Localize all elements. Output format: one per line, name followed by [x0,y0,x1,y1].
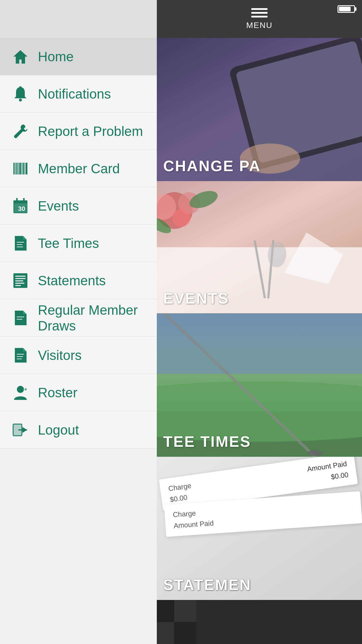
barcode-icon [12,160,29,177]
sidebar-item-home-label: Home [38,49,74,64]
sidebar-item-events[interactable]: 30 Events [0,187,157,225]
sidebar-item-tee-times[interactable]: Tee Times [0,225,157,262]
sidebar-item-events-label: Events [38,198,79,214]
svg-text:30: 30 [18,205,25,212]
logout-icon [12,421,29,439]
sidebar-item-member-card-label: Member Card [38,161,120,176]
svg-rect-65 [174,622,196,644]
stmt-amount-paid-label: Amount Paid [307,460,347,473]
tile-tee-times-label: TEE TIMES [163,433,251,450]
menu-bar-1 [251,8,268,10]
svg-rect-11 [26,163,27,174]
sidebar-item-regular-member-draws-label: Regular Member Draws [38,302,145,334]
svg-rect-28 [17,319,22,320]
menu-button[interactable]: MENU [246,8,273,30]
tile-statements-label: STATEMEN [163,576,251,594]
svg-rect-5 [16,163,17,174]
sidebar-item-logout[interactable]: Logout [0,411,157,449]
wrench-icon [12,123,29,140]
bell-icon [12,85,29,103]
svg-point-33 [24,388,27,391]
home-icon [12,48,29,65]
svg-rect-7 [19,163,21,174]
member-draws-icon [12,309,29,327]
stmt-amount-paid2-label: Amount Paid [173,519,214,530]
svg-rect-30 [17,356,23,357]
svg-rect-61 [157,600,174,622]
tile-extra[interactable] [157,600,362,644]
svg-rect-22 [15,276,26,277]
svg-point-58 [307,450,323,456]
battery-indicator [338,5,355,13]
svg-rect-6 [18,163,19,174]
sidebar-item-member-card[interactable]: Member Card [0,150,157,187]
sidebar: Home Notifications Report a Problem [0,0,157,644]
calendar-icon: 30 [12,197,29,215]
sidebar-item-visitors[interactable]: Visitors [0,337,157,374]
svg-rect-9 [23,163,24,174]
header-bar: MENU [157,0,362,38]
roster-icon [12,384,29,401]
tile-statements[interactable]: Charge Amount Paid $0.00 $0.00 Charge Am… [157,457,362,600]
statements-icon [12,272,29,289]
tile-change-password-label: CHANGE PA [163,157,261,175]
menu-label: MENU [246,21,273,30]
svg-rect-31 [17,358,22,359]
svg-rect-64 [174,600,196,622]
tiles-container: CHANGE PA [157,38,362,644]
sidebar-item-home[interactable]: Home [0,38,157,75]
sidebar-item-statements-label: Statements [38,273,106,288]
svg-rect-18 [17,242,24,243]
svg-rect-54 [157,314,362,374]
svg-marker-0 [13,50,27,64]
svg-rect-23 [15,278,26,279]
tile-tee-times[interactable]: TEE TIMES [157,314,362,457]
svg-rect-29 [17,354,24,355]
svg-point-1 [19,99,22,102]
sidebar-top-bar [0,0,157,38]
main-panel: MENU CHANGE PA [157,0,362,644]
svg-rect-26 [15,285,21,286]
sidebar-item-notifications[interactable]: Notifications [0,75,157,113]
visitors-icon [12,346,29,364]
menu-bar-2 [251,12,268,14]
svg-rect-2 [19,86,22,88]
sidebar-item-regular-member-draws[interactable]: Regular Member Draws [0,299,157,337]
svg-rect-20 [17,246,23,247]
svg-rect-8 [22,163,22,174]
svg-point-46 [173,209,191,227]
menu-bar-3 [251,16,268,18]
sidebar-item-notifications-label: Notifications [38,86,111,102]
battery-fill [339,7,351,11]
stmt-charge-val: $0.00 [169,493,188,504]
svg-rect-4 [15,163,16,174]
tile-change-password[interactable]: CHANGE PA [157,38,362,181]
sidebar-item-tee-times-label: Tee Times [38,235,99,251]
stmt-charge-label: Charge [168,482,192,493]
teetimes-doc-icon [12,235,29,252]
sidebar-item-logout-label: Logout [38,422,79,438]
svg-point-32 [17,386,24,393]
svg-rect-24 [15,280,23,281]
svg-rect-19 [17,244,22,245]
sidebar-item-statements[interactable]: Statements [0,262,157,299]
sidebar-item-report-problem[interactable]: Report a Problem [0,113,157,150]
sidebar-item-roster[interactable]: Roster [0,374,157,411]
svg-rect-27 [17,316,24,317]
sidebar-item-visitors-label: Visitors [38,347,82,363]
battery-tip [355,7,356,11]
tile-events-label: EVENTS [163,290,229,307]
sidebar-item-report-problem-label: Report a Problem [38,123,143,139]
tile-events[interactable]: EVENTS [157,181,362,313]
stmt-charge2-label: Charge [173,509,196,519]
svg-rect-3 [13,163,15,174]
svg-rect-63 [157,622,174,644]
sidebar-item-roster-label: Roster [38,385,77,400]
svg-rect-10 [24,163,25,174]
svg-rect-25 [15,283,24,284]
stmt-amount-paid-val: $0.00 [331,470,349,481]
